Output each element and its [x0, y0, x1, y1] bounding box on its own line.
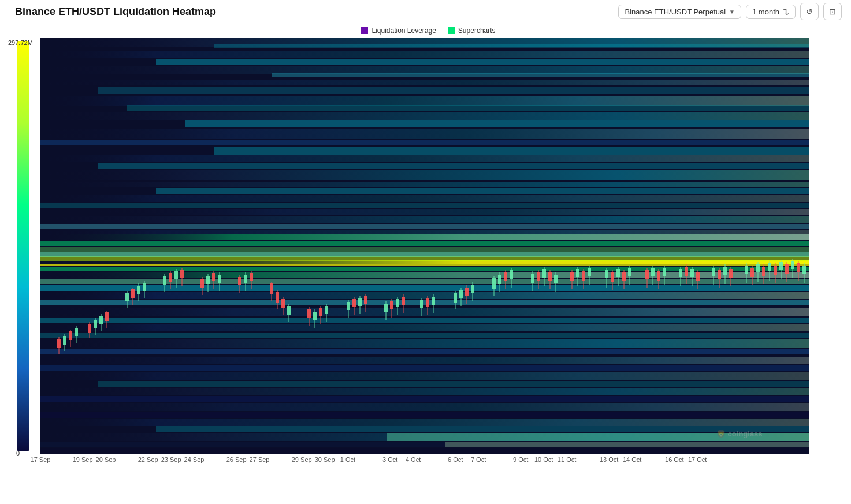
- svg-rect-232: [797, 263, 800, 272]
- svg-rect-35: [40, 333, 809, 338]
- svg-rect-132: [384, 304, 388, 312]
- svg-rect-64: [63, 336, 66, 345]
- svg-rect-5: [40, 66, 809, 74]
- svg-rect-228: [785, 264, 789, 274]
- svg-rect-62: [57, 339, 61, 348]
- heatmap-canvas[interactable]: 🦁 coinglass 3545 3300 3000 2700 2400 210…: [40, 38, 809, 454]
- svg-rect-212: [729, 269, 733, 278]
- svg-rect-39: [40, 365, 809, 371]
- svg-rect-152: [471, 285, 474, 293]
- legend-swatch-supercharts: [448, 27, 455, 34]
- svg-rect-94: [200, 279, 204, 288]
- svg-rect-21: [40, 256, 809, 261]
- x-label-4oct: 4 Oct: [406, 456, 421, 463]
- x-label-17sep: 17 Sep: [31, 456, 51, 463]
- legend-label-liquidation: Liquidation Leverage: [371, 27, 436, 35]
- svg-rect-218: [756, 264, 760, 272]
- svg-rect-174: [576, 269, 579, 277]
- svg-rect-98: [212, 273, 215, 281]
- svg-rect-29: [40, 285, 809, 291]
- svg-rect-38: [40, 357, 809, 364]
- svg-rect-170: [554, 275, 558, 283]
- svg-rect-210: [723, 267, 727, 275]
- svg-rect-102: [238, 277, 241, 285]
- svg-rect-190: [645, 270, 649, 279]
- svg-rect-16: [40, 155, 809, 162]
- svg-rect-196: [663, 268, 666, 276]
- svg-rect-184: [616, 269, 620, 277]
- svg-rect-150: [465, 288, 469, 296]
- svg-rect-124: [347, 302, 350, 310]
- svg-rect-100: [218, 275, 221, 283]
- svg-rect-3: [40, 51, 809, 58]
- svg-rect-166: [542, 269, 546, 278]
- svg-rect-220: [762, 267, 765, 276]
- svg-rect-108: [270, 283, 273, 294]
- svg-rect-80: [131, 289, 135, 298]
- svg-rect-200: [685, 267, 688, 276]
- svg-rect-222: [768, 263, 771, 271]
- legend-swatch-liquidation: [361, 27, 368, 34]
- svg-rect-136: [396, 299, 399, 307]
- svg-rect-8: [98, 87, 809, 94]
- refresh-button[interactable]: ↺: [800, 3, 819, 20]
- svg-rect-204: [696, 272, 700, 281]
- x-label-30sep: 30 Sep: [315, 456, 335, 463]
- svg-rect-6: [272, 73, 809, 77]
- svg-rect-178: [588, 268, 591, 276]
- chart-wrapper: 🦁 coinglass 3545 3300 3000 2700 2400 210…: [40, 38, 851, 468]
- svg-rect-224: [774, 266, 777, 275]
- svg-rect-37: [40, 349, 809, 354]
- svg-rect-40: [40, 372, 809, 380]
- x-label-1oct: 1 Oct: [340, 456, 355, 463]
- svg-rect-126: [352, 299, 356, 307]
- svg-rect-34: [40, 324, 809, 331]
- svg-rect-78: [125, 293, 129, 301]
- time-selector-label: 1 month: [752, 8, 779, 16]
- svg-rect-74: [99, 316, 103, 324]
- svg-rect-76: [105, 312, 109, 321]
- svg-rect-58: [40, 216, 809, 223]
- time-selector[interactable]: 1 month ⇅: [746, 5, 796, 19]
- svg-rect-53: [40, 182, 809, 187]
- svg-rect-56: [40, 203, 809, 208]
- svg-rect-11: [40, 112, 809, 120]
- svg-rect-118: [313, 312, 317, 320]
- x-label-11oct: 11 Oct: [558, 456, 576, 463]
- x-axis: 17 Sep 19 Sep 20 Sep 22 Sep 23 Sep 24 Se…: [40, 454, 809, 468]
- svg-rect-24: [40, 241, 809, 246]
- svg-rect-160: [510, 270, 513, 279]
- page-title: Binance ETH/USDT Liquidation Heatmap: [15, 6, 216, 18]
- svg-rect-25: [40, 247, 809, 252]
- svg-rect-10: [127, 105, 809, 111]
- exchange-selector[interactable]: Binance ETH/USDT Perpetual ▼: [618, 5, 741, 19]
- svg-rect-122: [325, 306, 328, 314]
- svg-rect-59: [40, 224, 809, 229]
- svg-rect-202: [690, 269, 694, 277]
- svg-rect-44: [40, 403, 809, 411]
- svg-rect-114: [287, 306, 291, 315]
- svg-rect-43: [40, 396, 809, 402]
- svg-rect-68: [75, 328, 78, 336]
- svg-rect-216: [750, 268, 754, 277]
- svg-rect-22: [40, 252, 809, 257]
- x-label-29sep: 29 Sep: [292, 456, 312, 463]
- svg-rect-36: [40, 339, 809, 348]
- svg-rect-110: [276, 292, 279, 303]
- svg-rect-120: [319, 308, 322, 316]
- svg-rect-168: [548, 272, 552, 281]
- screenshot-button[interactable]: ⊡: [823, 3, 842, 20]
- svg-rect-138: [402, 297, 405, 305]
- svg-rect-54: [156, 188, 809, 194]
- time-arrows: ⇅: [783, 8, 789, 16]
- x-label-16oct: 16 Oct: [665, 456, 683, 463]
- x-label-14oct: 14 Oct: [623, 456, 641, 463]
- svg-rect-142: [426, 298, 429, 307]
- svg-rect-164: [537, 272, 540, 281]
- svg-rect-192: [651, 268, 655, 276]
- chart-legend: Liquidation Leverage Supercharts: [6, 23, 851, 38]
- svg-rect-156: [498, 275, 501, 284]
- svg-rect-186: [622, 272, 626, 281]
- x-label-26sep: 26 Sep: [226, 456, 247, 463]
- x-label-7oct: 7 Oct: [471, 456, 486, 463]
